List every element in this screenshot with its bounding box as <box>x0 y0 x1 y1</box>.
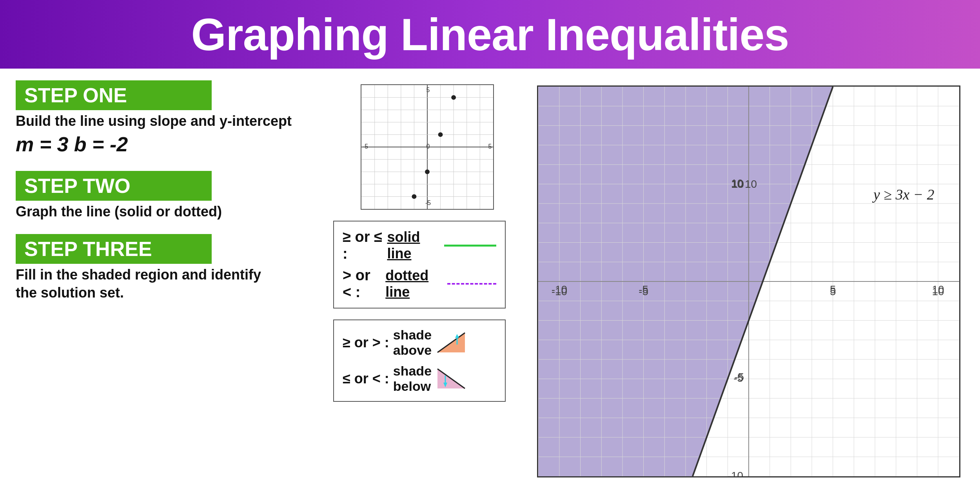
svg-text:10: 10 <box>745 178 757 190</box>
left-panel: STEP ONE Build the line using slope and … <box>16 80 321 482</box>
y-label-neg5: -5 <box>733 372 743 384</box>
solid-line-label: solid line <box>387 229 438 262</box>
middle-panel: 5 -5 -5 5 0 ≥ or ≤ : <box>333 80 521 482</box>
svg-text:5: 5 <box>488 143 492 150</box>
shade-below-label: shadebelow <box>393 363 432 394</box>
x-label-neg10: -10 <box>552 285 567 297</box>
shade-below-icon <box>436 367 467 390</box>
shade-box: ≥ or > : shadeabove ≤ or < : shadebelow <box>333 319 506 402</box>
right-panel: -5 5 10 -10 10 10 -5 10 10 -5 -10 <box>533 80 964 482</box>
svg-point-26 <box>412 194 417 199</box>
y-label-10: 10 <box>731 177 743 189</box>
x-label-5: 5 <box>830 285 836 297</box>
main-content: STEP ONE Build the line using slope and … <box>0 69 980 490</box>
shade-below-symbols: ≤ or < : <box>343 370 389 387</box>
small-grid: 5 -5 -5 5 0 <box>361 84 494 210</box>
svg-text:-5: -5 <box>363 143 368 150</box>
solid-line-demo <box>444 245 496 247</box>
x-label-10: 10 <box>932 285 944 297</box>
svg-text:5: 5 <box>426 87 430 93</box>
shade-above-symbols: ≥ or > : <box>343 334 389 351</box>
svg-text:0: 0 <box>426 143 430 150</box>
step-one-description: Build the line using slope and y-interce… <box>16 112 321 131</box>
solid-symbols: ≥ or ≤ : <box>343 229 383 262</box>
dotted-line-row: > or < : dotted line <box>343 267 496 301</box>
dotted-line-label: dotted line <box>385 267 441 300</box>
svg-point-23 <box>425 169 430 174</box>
shade-above-row: ≥ or > : shadeabove <box>343 327 496 358</box>
svg-point-25 <box>451 95 456 100</box>
shade-below-row: ≤ or < : shadebelow <box>343 363 496 394</box>
svg-marker-30 <box>455 334 459 338</box>
x-label-neg5: -5 <box>639 285 648 297</box>
graph-container: -5 5 10 -10 10 10 -5 10 10 -5 -10 <box>537 85 960 477</box>
header: Graphing Linear Inequalities <box>0 0 980 69</box>
line-type-box: ≥ or ≤ : solid line > or < : dotted line <box>333 221 506 309</box>
shade-above-label: shadeabove <box>393 327 432 358</box>
step-one-label: STEP ONE <box>16 80 212 110</box>
step-three-description: Fill in the shaded region and identify t… <box>16 266 282 303</box>
step-three-label: STEP THREE <box>16 234 212 264</box>
dotted-symbols: > or < : <box>343 267 381 301</box>
shade-above-icon <box>436 331 467 354</box>
step-three-section: STEP THREE Fill in the shaded region and… <box>16 234 321 305</box>
step-one-formula: m = 3 b = -2 <box>16 132 321 156</box>
solid-line-row: ≥ or ≤ : solid line <box>343 229 496 262</box>
page-title: Graphing Linear Inequalities <box>191 9 789 60</box>
svg-text:-5: -5 <box>425 200 431 206</box>
dotted-line-demo <box>447 283 496 285</box>
step-two-description: Graph the line (solid or dotted) <box>16 203 321 221</box>
step-two-section: STEP TWO Graph the line (solid or dotted… <box>16 171 321 223</box>
y-label-neg10: -10 <box>728 469 743 476</box>
step-two-label: STEP TWO <box>16 171 212 201</box>
equation-label: y ≥ 3x − 2 <box>872 186 934 203</box>
svg-point-24 <box>438 132 443 137</box>
step-one-section: STEP ONE Build the line using slope and … <box>16 80 321 160</box>
